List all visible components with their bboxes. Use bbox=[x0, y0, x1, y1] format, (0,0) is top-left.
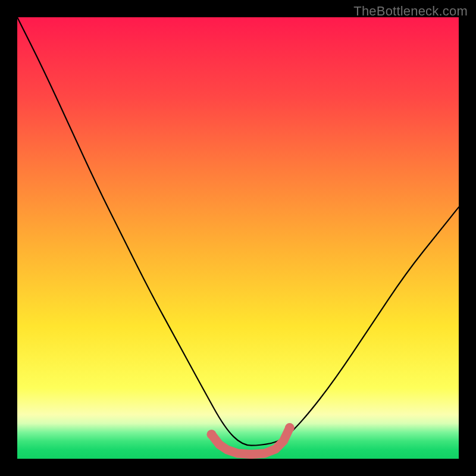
svg-point-0 bbox=[206, 430, 216, 439]
bottleneck-curve bbox=[17, 17, 459, 446]
watermark-text: TheBottleneck.com bbox=[353, 4, 468, 19]
optimal-range-marker bbox=[206, 423, 294, 455]
outer-frame: TheBottleneck.com bbox=[0, 0, 476, 476]
svg-point-1 bbox=[223, 446, 231, 454]
svg-point-3 bbox=[285, 423, 295, 433]
svg-point-2 bbox=[271, 445, 280, 453]
chart-svg bbox=[17, 17, 459, 459]
